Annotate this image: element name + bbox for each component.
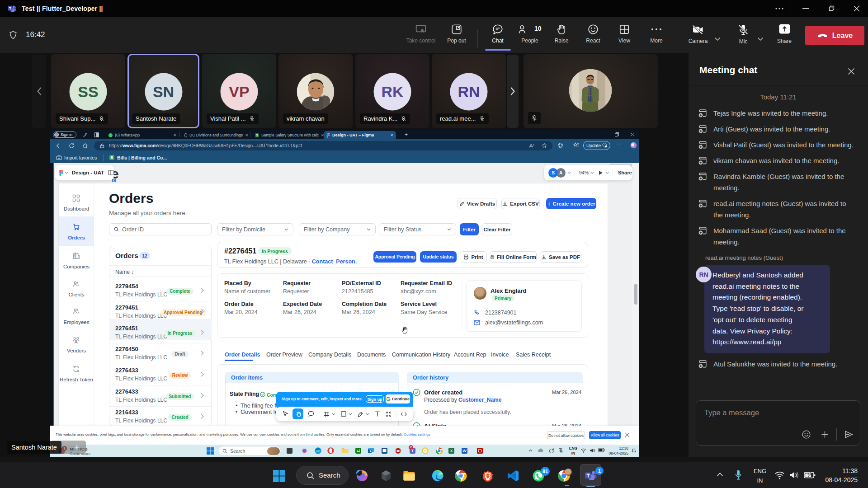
svg-text:X: X (450, 449, 453, 453)
svg-text:W: W (462, 449, 467, 453)
